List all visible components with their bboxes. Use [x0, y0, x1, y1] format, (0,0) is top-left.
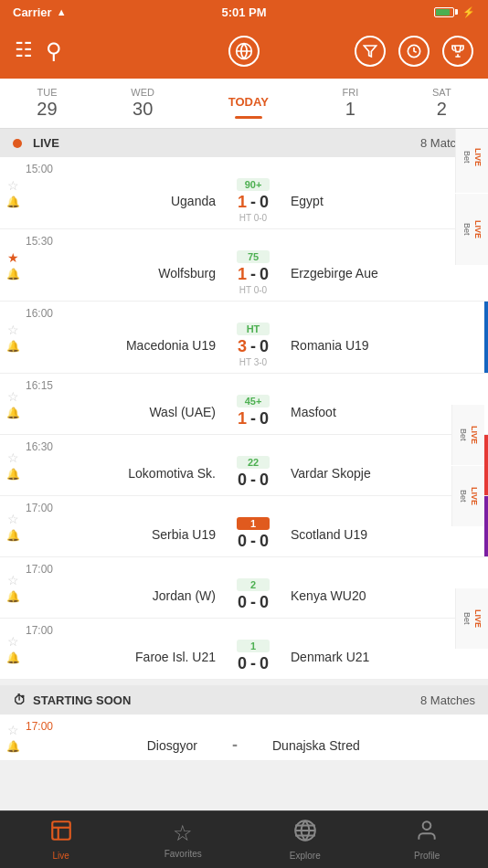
alert-bell[interactable]: 🔔 [6, 529, 20, 542]
favorite-star[interactable]: ☆ [7, 178, 19, 193]
trophy-icon[interactable] [442, 36, 473, 67]
tab-fri[interactable]: FRI 1 [326, 79, 376, 127]
match-row: ☆ 🔔 16:30 Lokomotiva Sk. 22 0 - 0 Vard [0, 435, 488, 496]
home-team: Wolfsburg [26, 266, 221, 281]
match-row: ☆ 🔔 17:00 Serbia U19 1 0 - 0 Scotland [0, 496, 488, 557]
score-main: 1 - 0 [238, 409, 269, 429]
nav-item-profile[interactable]: Profile [366, 811, 489, 825]
score-home: 0 [238, 471, 247, 490]
match-row: ★ 🔔 15:30 Wolfsburg 75 1 - 0 HT 0-0 [0, 229, 488, 302]
alert-bell[interactable]: 🔔 [6, 651, 20, 664]
score-main: 0 - 0 [238, 471, 269, 490]
score-home: 1 [238, 193, 247, 212]
score-separator: - [250, 265, 256, 284]
score-ht: HT 0-0 [239, 285, 267, 295]
home-team: Faroe Isl. U21 [26, 650, 221, 664]
match-teams: Serbia U19 1 0 - 0 Scotland U19 [26, 517, 481, 551]
svg-rect-3 [52, 821, 70, 825]
nav-item-favorites[interactable]: ☆ Favorites [122, 813, 245, 825]
tab-tue-num: 29 [37, 99, 57, 120]
away-team: Scotland U19 [285, 527, 481, 542]
score-main: 0 - 0 [238, 593, 269, 612]
favorites-nav-icon: ☆ [173, 820, 193, 825]
score-ht: HT 0-0 [239, 213, 267, 223]
starting-soon-header: ⏱ STARTING SOON 8 Matches [0, 685, 488, 715]
alert-bell[interactable]: 🔔 [6, 268, 20, 281]
alert-bell[interactable]: 🔔 [6, 590, 20, 603]
clock-icon[interactable] [398, 36, 430, 67]
tab-today[interactable]: TODAY [212, 88, 285, 119]
score-block: - [203, 736, 267, 755]
tab-wed[interactable]: WED 30 [114, 79, 171, 127]
live-bet-badge[interactable]: LIVE Bet [455, 129, 488, 193]
match-content: 17:00 Serbia U19 1 0 - 0 Scotland U19 [26, 496, 488, 556]
home-team: Jordan (W) [26, 588, 221, 603]
score-separator: - [250, 593, 256, 612]
tab-fri-num: 1 [345, 99, 355, 120]
tab-wed-label: WED [131, 87, 154, 98]
tab-sat[interactable]: SAT 2 [416, 79, 468, 127]
alert-bell[interactable]: 🔔 [6, 407, 20, 419]
explore-nav-icon [293, 819, 317, 825]
match-content: 16:00 Macedonia U19 HT 3 - 0 HT 3-0 Roma… [26, 302, 488, 373]
match-time: 15:00 [26, 163, 481, 175]
globe-icon[interactable] [228, 36, 260, 67]
live-section-label: LIVE [33, 136, 59, 150]
match-teams: Jordan (W) 2 0 - 0 Kenya WU20 [26, 578, 481, 612]
match-side-icons: ☆ 🔔 [0, 496, 26, 556]
nav-item-live[interactable]: Live [0, 811, 122, 825]
match-side-icons: ☆ 🔔 [0, 302, 26, 373]
score-separator: - [250, 654, 256, 673]
side-bar-blue [484, 302, 488, 373]
score-home: 3 [238, 337, 247, 356]
score-block: 1 0 - 0 [221, 517, 285, 551]
favorite-star[interactable]: ☆ [7, 450, 19, 465]
home-team: Serbia U19 [26, 527, 221, 542]
favorite-star[interactable]: ☆ [7, 389, 19, 404]
home-team: Diosgyor [26, 738, 203, 753]
score-away: 0 [260, 265, 269, 284]
alert-bell[interactable]: 🔔 [6, 196, 20, 208]
match-content: 17:00 Diosgyor - Dunajska Stred [26, 715, 488, 760]
alert-bell[interactable]: 🔔 [6, 340, 20, 353]
away-team: Egypt [285, 194, 481, 208]
match-content: 17:00 Faroe Isl. U21 1 0 - 0 Denmark U21 [26, 619, 488, 679]
side-bar-purple [484, 496, 488, 556]
live-bet-badge[interactable]: LIVE Bet [455, 588, 488, 649]
away-team: Denmark U21 [285, 650, 481, 664]
match-time: 17:00 [26, 720, 481, 733]
calendar-icon[interactable]: ☷ [15, 38, 33, 64]
starting-soon-label: STARTING SOON [33, 693, 131, 707]
away-team: Erzgebirge Aue [285, 266, 481, 281]
favorite-star[interactable]: ☆ [7, 323, 19, 337]
match-time: 16:00 [26, 307, 481, 320]
score-ht: HT 3-0 [239, 357, 267, 367]
favorite-star[interactable]: ☆ [7, 573, 19, 587]
search-icon[interactable]: ⚲ [46, 38, 62, 64]
match-minute: HT [237, 323, 270, 335]
tab-tue[interactable]: TUE 29 [20, 79, 73, 127]
score-home: 0 [238, 654, 247, 673]
favorite-star[interactable]: ☆ [7, 634, 19, 649]
alert-bell[interactable]: 🔔 [6, 740, 20, 753]
live-bet-badge[interactable]: LIVE Bet [451, 405, 484, 465]
filter-icon[interactable] [355, 36, 386, 67]
score-away: 0 [260, 654, 269, 673]
nav-item-explore[interactable]: Explore [244, 811, 366, 825]
live-bet-badge[interactable]: LIVE Bet [451, 466, 484, 526]
live-bet-badge[interactable]: LIVE Bet [455, 194, 488, 265]
match-teams: Diosgyor - Dunajska Stred [26, 736, 481, 755]
alert-bell[interactable]: 🔔 [6, 468, 20, 481]
favorite-star[interactable]: ☆ [7, 512, 19, 526]
match-minute: 45+ [237, 395, 270, 408]
score-away: 0 [260, 471, 269, 490]
match-side-icons: ★ 🔔 [0, 229, 26, 301]
date-tabs: TUE 29 WED 30 TODAY FRI 1 SAT 2 [0, 79, 488, 129]
score-block: 75 1 - 0 HT 0-0 [221, 250, 285, 295]
match-row: ☆ 🔔 16:15 Wasl (UAE) 45+ 1 - 0 Masfoot [0, 374, 488, 435]
match-side-icons: ☆ 🔔 [0, 557, 26, 618]
favorite-star[interactable]: ☆ [7, 723, 19, 737]
favorite-star[interactable]: ★ [7, 250, 19, 265]
score-block: HT 3 - 0 HT 3-0 [221, 323, 285, 367]
top-nav-left: ☷ ⚲ [15, 38, 62, 64]
